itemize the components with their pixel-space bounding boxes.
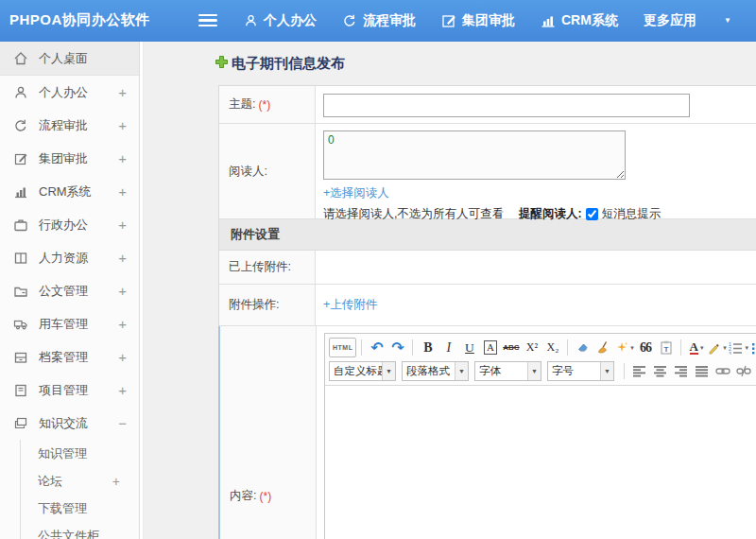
app-logo[interactable]: PHPOA协同办公软件 bbox=[0, 11, 185, 29]
font-size-select[interactable]: 字号 ▼ bbox=[547, 361, 614, 381]
html-source-button[interactable]: HTML bbox=[329, 338, 356, 357]
blockquote-button[interactable]: 66 bbox=[635, 338, 655, 357]
more-apps-dropdown[interactable]: ▼ bbox=[722, 16, 731, 25]
workflow-icon bbox=[342, 13, 357, 28]
required-mark: (*) bbox=[258, 98, 270, 112]
align-left-icon[interactable] bbox=[629, 361, 649, 381]
highlight-color-icon[interactable]: ▾ bbox=[707, 338, 727, 357]
align-center-icon[interactable] bbox=[650, 361, 670, 381]
uploaded-attachments-label: 已上传附件: bbox=[219, 251, 316, 284]
archive-icon bbox=[13, 350, 28, 365]
upload-attachment-link[interactable]: +上传附件 bbox=[323, 297, 377, 313]
sidebar-subitem-knowledge-mgmt[interactable]: 知识管理 bbox=[21, 440, 139, 467]
sidebar-item-vehicle-mgmt[interactable]: 用车管理 + bbox=[0, 307, 139, 340]
sidebar-subitem-public-cabinet[interactable]: 公共文件柜 bbox=[21, 522, 139, 539]
superscript-button[interactable]: X² bbox=[522, 338, 541, 357]
insert-link-icon[interactable] bbox=[713, 361, 732, 381]
content-row: 内容: (*) HTML ↶ ↷ bbox=[218, 326, 756, 539]
select-readers-link[interactable]: +选择阅读人 bbox=[323, 186, 389, 200]
editor-content-area[interactable] bbox=[325, 386, 756, 539]
nav-crm-system[interactable]: CRM系统 bbox=[541, 12, 618, 29]
eraser-icon[interactable] bbox=[573, 338, 593, 357]
subscript-button[interactable]: X₂ bbox=[542, 338, 562, 357]
layers-icon bbox=[13, 416, 28, 431]
caret-down-icon: ▼ bbox=[382, 362, 395, 380]
undo-icon[interactable]: ↶ bbox=[367, 338, 387, 357]
nav-workflow-approval[interactable]: 流程审批 bbox=[342, 12, 416, 29]
sidebar-item-desktop[interactable]: 个人桌面 bbox=[0, 42, 139, 76]
hamburger-menu-icon[interactable] bbox=[198, 14, 217, 27]
font-style-button[interactable]: A bbox=[484, 340, 497, 355]
readers-label: 阅读人: bbox=[219, 124, 316, 218]
sidebar: 个人桌面 个人办公 + 流程审批 + bbox=[0, 42, 140, 539]
content-label: 内容: (*) bbox=[220, 326, 317, 539]
nav-more-apps[interactable]: 更多应用 bbox=[644, 12, 696, 29]
caret-down-icon: ▾ bbox=[700, 344, 704, 352]
paragraph-format-select[interactable]: 段落格式 ▼ bbox=[402, 361, 469, 381]
book-icon bbox=[13, 251, 28, 266]
page-title: 电子期刊信息发布 bbox=[232, 55, 345, 73]
sidebar-item-document-mgmt[interactable]: 公文管理 + bbox=[0, 274, 139, 307]
knowledge-submenu: 知识管理 论坛 + 下载管理 公共文件柜 bbox=[20, 440, 139, 539]
toolbar-row-1: HTML ↶ ↷ B I U A ABC bbox=[329, 336, 756, 359]
sidebar-item-hr[interactable]: 人力资源 + bbox=[0, 241, 139, 274]
sidebar-item-workflow[interactable]: 流程审批 + bbox=[0, 109, 139, 142]
italic-button[interactable]: I bbox=[438, 338, 458, 357]
ordered-list-icon[interactable]: 123 ▾ bbox=[728, 338, 748, 357]
attachment-section-header: 附件设置 bbox=[219, 219, 756, 251]
edit-icon bbox=[13, 151, 28, 166]
caret-down-icon: ▾ bbox=[630, 344, 634, 352]
nav-group-approval[interactable]: 集团审批 bbox=[441, 12, 515, 29]
bar-chart-icon bbox=[13, 184, 28, 200]
sidebar-subitem-download-mgmt[interactable]: 下载管理 bbox=[21, 495, 139, 522]
remove-link-icon[interactable] bbox=[733, 361, 753, 381]
svg-text:3: 3 bbox=[729, 350, 731, 355]
sidebar-subitem-forum[interactable]: 论坛 + bbox=[21, 467, 139, 495]
sidebar-item-knowledge[interactable]: 知识交流 − bbox=[0, 407, 139, 440]
nav-personal-office[interactable]: 个人办公 bbox=[244, 12, 317, 29]
editor-toolbar: HTML ↶ ↷ B I U A ABC bbox=[325, 334, 756, 386]
strikethrough-button[interactable]: ABC bbox=[501, 338, 521, 357]
sms-notify-checkbox[interactable] bbox=[586, 208, 598, 220]
sidebar-item-group-approval[interactable]: 集团审批 + bbox=[0, 142, 139, 175]
underline-button[interactable]: U bbox=[459, 338, 479, 357]
bold-button[interactable]: B bbox=[418, 338, 438, 357]
readers-row: 阅读人: 0 +选择阅读人 请选择阅读人,不选为所有人可查看 提醒阅读人: 短消… bbox=[219, 124, 756, 219]
font-family-select[interactable]: 字体 ▼ bbox=[474, 361, 541, 381]
caret-down-icon: ▼ bbox=[455, 362, 468, 380]
redo-icon[interactable]: ↷ bbox=[387, 338, 407, 357]
svg-text:T: T bbox=[664, 345, 669, 354]
publish-form: 主题: (*) 阅读人: 0 +选择阅读人 bbox=[218, 85, 756, 539]
subject-input[interactable] bbox=[323, 94, 690, 117]
sidebar-item-admin-office[interactable]: 行政办公 + bbox=[0, 208, 139, 241]
custom-title-select[interactable]: 自定义标题 ▼ bbox=[329, 361, 396, 381]
remind-readers-label: 提醒阅读人: bbox=[519, 206, 582, 222]
edit-icon bbox=[441, 13, 456, 28]
readers-textarea[interactable]: 0 bbox=[323, 130, 626, 180]
font-color-button[interactable]: A ▾ bbox=[686, 338, 706, 357]
align-justify-icon[interactable] bbox=[692, 361, 712, 381]
briefcase-icon bbox=[13, 217, 28, 233]
sidebar-item-archive-mgmt[interactable]: 档案管理 + bbox=[0, 340, 139, 374]
main-content: 电子期刊信息发布 主题: (*) 阅读人: 0 bbox=[144, 42, 756, 539]
rich-text-editor: HTML ↶ ↷ B I U A ABC bbox=[324, 333, 756, 539]
unordered-list-icon[interactable] bbox=[749, 338, 756, 357]
auto-typeset-wand-icon[interactable]: ▾ bbox=[614, 338, 634, 357]
user-icon bbox=[244, 13, 258, 28]
uploaded-attachments-value bbox=[316, 251, 756, 284]
sidebar-item-crm[interactable]: CRM系统 + bbox=[0, 175, 139, 208]
paste-text-icon[interactable]: T bbox=[656, 338, 676, 357]
top-nav: 个人办公 流程审批 集团审批 CRM系统 更多应用 bbox=[244, 12, 731, 29]
app-window: PHPOA协同办公软件 个人办公 流程审批 集团审批 bbox=[0, 0, 756, 539]
align-right-icon[interactable] bbox=[671, 361, 691, 381]
notebook-icon bbox=[13, 383, 28, 398]
caret-down-icon: ▾ bbox=[723, 344, 727, 352]
add-icon bbox=[215, 55, 229, 73]
uploaded-attachments-row: 已上传附件: bbox=[219, 251, 756, 285]
sidebar-item-personal-office[interactable]: 个人办公 + bbox=[0, 76, 139, 109]
caret-down-icon: ▼ bbox=[527, 362, 541, 380]
format-brush-icon[interactable] bbox=[593, 338, 613, 357]
required-mark: (*) bbox=[259, 490, 271, 503]
sidebar-item-project-mgmt[interactable]: 项目管理 + bbox=[0, 374, 139, 407]
readers-hint: 请选择阅读人,不选为所有人可查看 bbox=[323, 206, 504, 222]
